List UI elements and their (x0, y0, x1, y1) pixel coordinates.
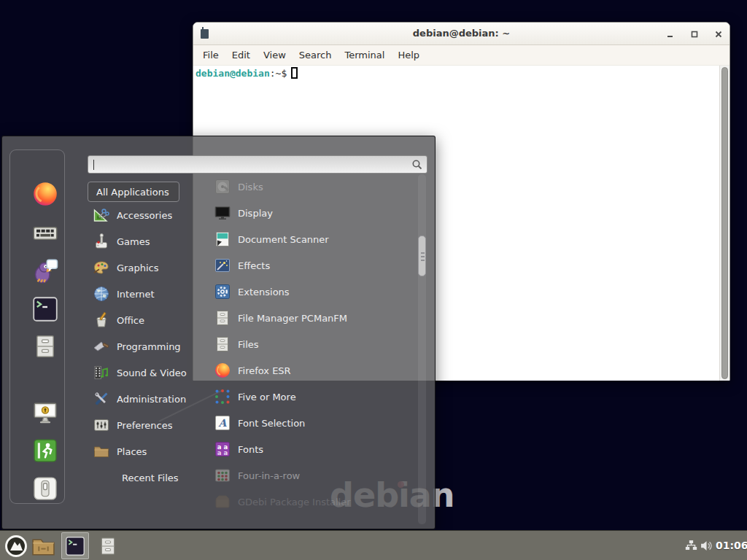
category-recent-files[interactable]: Recent Files (88, 464, 201, 491)
volume-tray-icon[interactable] (700, 540, 713, 552)
category-internet[interactable]: Internet (88, 281, 201, 307)
category-label: Graphics (117, 262, 158, 273)
app-label: File Manager PCManFM (238, 313, 347, 324)
app-item-five-or-more[interactable]: Five or More (206, 384, 417, 410)
network-tray-icon[interactable] (685, 540, 697, 552)
minimize-button[interactable] (665, 28, 676, 40)
volume-icon (700, 540, 713, 552)
log-out-button[interactable] (31, 436, 60, 465)
lock-screen-button[interactable] (31, 398, 60, 427)
prompt-suffix: :~$ (270, 68, 287, 79)
svg-text:A: A (218, 417, 228, 429)
favorite-keyboard[interactable] (31, 219, 60, 248)
folder-icon (31, 536, 55, 557)
app-item-files[interactable]: Files (206, 331, 417, 357)
file-manager-launcher[interactable] (31, 535, 55, 557)
terminal-scrollbar[interactable] (719, 66, 729, 381)
app-item-extensions[interactable]: Extensions (206, 279, 417, 305)
category-label: Recent Files (122, 472, 179, 483)
terminal-icon (32, 296, 58, 322)
category-places[interactable]: Places (88, 438, 201, 464)
maximize-button[interactable] (689, 28, 700, 40)
category-programming[interactable]: Programming (88, 333, 201, 359)
category-label: Administration (117, 394, 186, 405)
graphics-icon (93, 259, 110, 276)
category-label: Accessories (117, 210, 172, 221)
keyboard-icon (32, 220, 58, 246)
menu-search[interactable]: Search (293, 47, 338, 63)
lock-screen-icon (33, 400, 58, 425)
favorite-pidgin[interactable] (31, 257, 60, 286)
app-item-document-scanner[interactable]: Document Scanner (206, 226, 417, 252)
files-launcher[interactable] (96, 534, 120, 559)
log-out-icon (33, 438, 58, 463)
extensions-icon (214, 283, 231, 300)
favorites-column (9, 149, 65, 504)
category-sound-video[interactable]: Sound & Video (88, 359, 201, 386)
app-item-firefox-esr[interactable]: Firefox ESR (206, 357, 417, 384)
app-label: Four-in-a-row (238, 470, 300, 481)
app-label: Five or More (238, 392, 296, 402)
sound-video-icon (93, 364, 110, 381)
terminal-taskbar-button-active[interactable] (61, 532, 89, 559)
app-item-font-selection[interactable]: A Font Selection (206, 410, 417, 436)
category-office[interactable]: Office (88, 307, 201, 333)
category-graphics[interactable]: Graphics (88, 254, 201, 281)
favorite-firefox[interactable] (31, 179, 60, 209)
places-icon (93, 443, 110, 460)
app-label: Fonts (238, 444, 263, 455)
administration-icon (93, 390, 110, 408)
app-item-four-in-a-row[interactable]: Four-in-a-row (206, 462, 417, 489)
terminal-cursor (291, 67, 298, 79)
menu-terminal[interactable]: Terminal (338, 47, 391, 63)
app-label: Files (238, 339, 259, 350)
menu-edit[interactable]: Edit (225, 47, 257, 63)
office-icon (93, 311, 110, 329)
menu-help[interactable]: Help (391, 47, 426, 63)
terminal-titlebar[interactable]: debian@debian: ~ (193, 23, 729, 45)
app-item-display[interactable]: Display (206, 200, 417, 226)
app-label: Extensions (238, 287, 290, 298)
display-icon (214, 204, 231, 222)
category-label: Programming (117, 341, 181, 352)
fonts-icon: a aa a (214, 440, 231, 458)
disks-icon (214, 178, 231, 195)
category-games[interactable]: Games (88, 228, 201, 254)
shut-down-button[interactable] (31, 474, 60, 503)
terminal-scrollbar-thumb[interactable] (721, 67, 728, 379)
pidgin-icon (32, 258, 58, 284)
app-item-fonts[interactable]: a aa a Fonts (206, 436, 417, 462)
category-label: Office (117, 315, 144, 326)
close-button[interactable] (713, 28, 724, 40)
effects-icon (214, 257, 231, 274)
favorite-terminal[interactable] (31, 295, 60, 324)
menu-view[interactable]: View (257, 47, 293, 63)
minimize-icon (667, 31, 674, 38)
category-label: Places (117, 446, 147, 457)
desktop[interactable]: debian debian@debian: ~ File Edit View S… (0, 0, 747, 560)
category-preferences[interactable]: Preferences (88, 412, 201, 438)
app-item-effects[interactable]: Effects (206, 252, 417, 279)
app-item-gdebi[interactable]: GDebi Package Installer (206, 489, 417, 515)
app-list-scrollbar-thumb[interactable] (418, 236, 426, 276)
all-applications-button[interactable]: All Applications (88, 182, 179, 202)
close-icon (715, 31, 722, 38)
favorite-file-manager[interactable] (31, 332, 60, 361)
taskbar: 01:06 (0, 530, 747, 560)
menu-launcher-button[interactable] (4, 534, 28, 559)
app-list-scrollbar[interactable] (418, 174, 426, 524)
games-icon (93, 233, 110, 250)
app-label: Effects (238, 260, 270, 271)
category-administration[interactable]: Administration (88, 386, 201, 412)
taskbar-clock[interactable]: 01:06 (716, 540, 747, 551)
search-input[interactable] (88, 156, 427, 173)
category-label: Games (117, 236, 150, 247)
file-cabinet-icon (214, 335, 231, 353)
app-item-file-manager-pcmanfm[interactable]: File Manager PCManFM (206, 305, 417, 331)
menu-file[interactable]: File (196, 47, 225, 63)
category-accessories[interactable]: Accessories (88, 202, 201, 228)
search-icon (411, 159, 423, 171)
app-label: GDebi Package Installer (238, 497, 351, 508)
application-menu: All Applications Accessories Games Graph… (1, 136, 436, 529)
app-item-disks[interactable]: Disks (206, 174, 417, 200)
